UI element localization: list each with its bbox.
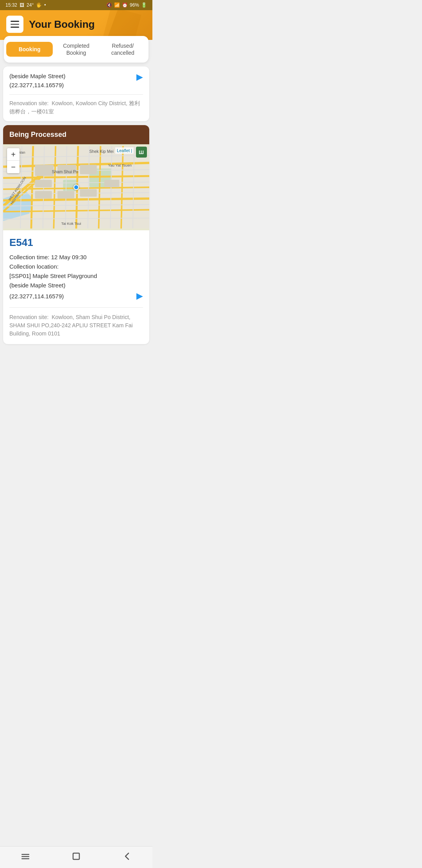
- partial-location-row: (beside Maple Street)(22.3277,114.16579)…: [9, 72, 143, 95]
- svg-rect-31: [80, 165, 97, 174]
- svg-rect-28: [35, 165, 54, 176]
- header: Your Booking: [0, 10, 152, 40]
- status-right: 🔇 📶 ⏰ 96% 🔋: [106, 2, 147, 8]
- zoom-out-button[interactable]: −: [7, 161, 20, 173]
- menu-line-2: [11, 24, 19, 25]
- page-title: Your Booking: [29, 18, 95, 30]
- collection-time-label: Collection time:: [9, 254, 50, 260]
- battery: 96%: [130, 2, 139, 8]
- partial-renovation-site: Renovation site: Kowloon, Kowloon City D…: [9, 99, 143, 116]
- partial-navigation-icon[interactable]: ▶: [136, 72, 143, 82]
- zoom-controls[interactable]: + −: [7, 148, 20, 173]
- leaflet-attribution: Leaflet |: [115, 147, 134, 154]
- svg-text:Shek Kip Mei: Shek Kip Mei: [89, 149, 114, 154]
- alarm-icon: ⏰: [122, 2, 128, 8]
- map-logo: Ш: [136, 147, 147, 158]
- collection-location-label: Collection location:: [9, 263, 59, 270]
- collection-time: 12 May 09:30: [51, 254, 87, 260]
- dot-indicator: •: [44, 2, 46, 8]
- navigation-icon[interactable]: ▶: [136, 291, 143, 301]
- map-container[interactable]: Shek Kip Mei Sham Wan Yau Yat Tsuen Sham…: [3, 144, 149, 230]
- booking-detail: E541 Collection time: 12 May 09:30 Colle…: [3, 230, 149, 307]
- svg-rect-34: [57, 191, 74, 199]
- status-banner: Being Processed: [3, 125, 149, 144]
- battery-icon: 🔋: [141, 2, 147, 8]
- menu-line-3: [11, 27, 19, 28]
- renovation-site-section: Renovation site: Kowloon, Sham Shui Po D…: [3, 308, 149, 344]
- status-label: Being Processed: [9, 131, 66, 138]
- renovation-label: Renovation site:: [9, 314, 48, 320]
- status-left: 15:32 🖼 24° 🖐 •: [5, 2, 46, 8]
- wifi-icon: 📶: [114, 2, 120, 8]
- partial-renovation-label: Renovation site:: [9, 100, 48, 106]
- svg-rect-30: [35, 180, 52, 187]
- status-bar: 15:32 🖼 24° 🖐 • 🔇 📶 ⏰ 96% 🔋: [0, 0, 152, 10]
- content-area: (beside Maple Street)(22.3277,114.16579)…: [0, 66, 152, 379]
- collection-location-code: [SSP01] Maple Street Playground: [9, 273, 97, 279]
- menu-button[interactable]: [6, 16, 23, 33]
- mute-icon: 🔇: [106, 2, 112, 8]
- gallery-icon: 🖼: [20, 2, 24, 8]
- tab-bar: Booking Completed Booking Refused/ cance…: [4, 36, 148, 63]
- booking-id: E541: [9, 237, 143, 249]
- being-processed-card: Being Processed: [3, 125, 149, 344]
- svg-text:Sham Shui Po: Sham Shui Po: [52, 169, 78, 174]
- temperature: 24°: [27, 2, 34, 8]
- svg-text:Ш: Ш: [139, 149, 144, 155]
- partial-location-text: (beside Maple Street)(22.3277,114.16579): [9, 72, 132, 90]
- menu-line-1: [11, 21, 19, 22]
- tab-refused[interactable]: Refused/ cancelled: [100, 38, 146, 60]
- partial-location-card: (beside Maple Street)(22.3277,114.16579)…: [3, 66, 149, 121]
- tab-booking[interactable]: Booking: [6, 42, 53, 57]
- renovation-site-text: Renovation site: Kowloon, Sham Shui Po D…: [9, 313, 143, 338]
- svg-rect-33: [35, 191, 52, 199]
- time: 15:32: [5, 2, 17, 8]
- booking-info: Collection time: 12 May 09:30 Collection…: [9, 253, 143, 290]
- map-location-dot: [73, 185, 79, 190]
- svg-rect-32: [104, 180, 119, 187]
- collection-coords: (22.3277,114.16579): [9, 292, 64, 301]
- tab-completed[interactable]: Completed Booking: [53, 38, 99, 60]
- svg-rect-35: [80, 189, 97, 197]
- zoom-in-button[interactable]: +: [7, 148, 20, 161]
- hand-icon: 🖐: [36, 2, 42, 8]
- svg-text:Tai Kok Tsui: Tai Kok Tsui: [61, 221, 81, 226]
- svg-text:Yau Yat Tsuen: Yau Yat Tsuen: [108, 163, 132, 168]
